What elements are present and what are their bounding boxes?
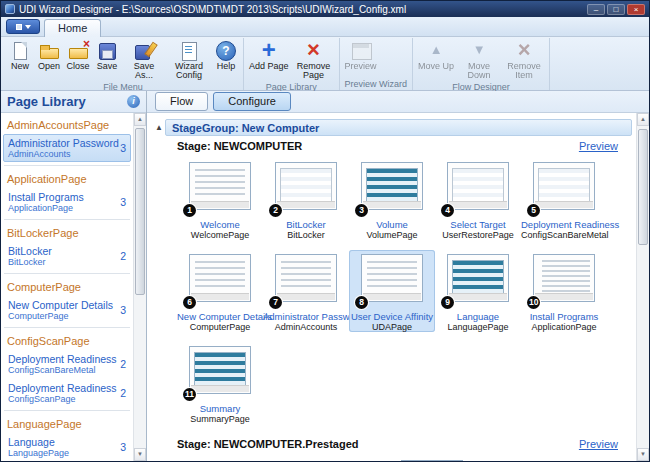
sidebar-scrollbar[interactable] bbox=[133, 113, 146, 461]
flow-card-computerpage[interactable]: 6New Computer DetailsComputerPage bbox=[177, 250, 263, 332]
body-area: Page Library i AdminAccountsPageAdminist… bbox=[1, 91, 649, 461]
save-icon bbox=[95, 40, 119, 62]
move-up-button: Move Up bbox=[416, 39, 456, 72]
ribbon-button-label: Remove Item bbox=[504, 62, 544, 80]
window-controls: – □ × bbox=[587, 4, 645, 15]
ribbon-group-page-library: Add PageRemove PagePage Library bbox=[244, 38, 340, 90]
ribbon-button-label: Move Down bbox=[459, 62, 499, 80]
scroll-up-icon[interactable] bbox=[134, 113, 146, 126]
step-number-badge: 7 bbox=[269, 296, 282, 309]
new-button[interactable]: New bbox=[6, 39, 34, 72]
flow-card[interactable] bbox=[389, 456, 475, 461]
card-title: Select Target bbox=[435, 219, 521, 230]
view-tab-configure[interactable]: Configure bbox=[213, 92, 291, 111]
flow-card-bitlocker[interactable]: 2BitLockerBitLocker bbox=[263, 158, 349, 240]
thumbnail-wrap: 10 bbox=[533, 254, 595, 302]
stage-title: Stage: NEWCOMPUTER.Prestaged bbox=[177, 438, 579, 450]
preview-icon bbox=[349, 40, 373, 62]
close-button[interactable]: × bbox=[627, 4, 645, 15]
wizard-config-button[interactable]: Wizard Config bbox=[167, 39, 211, 81]
card-subtitle: ApplicationPage bbox=[521, 322, 607, 332]
page-thumbnail bbox=[401, 460, 463, 461]
page-thumbnail bbox=[189, 162, 251, 210]
flow-card-applicationpage[interactable]: 10Install ProgramsApplicationPage bbox=[521, 250, 607, 332]
sidebar-item-adminaccounts[interactable]: Administrator PasswordAdminAccounts3 bbox=[3, 134, 131, 162]
help-button[interactable]: Help bbox=[212, 39, 240, 72]
flow-card-welcomepage[interactable]: 1WelcomeWelcomePage bbox=[177, 158, 263, 240]
ribbon-button-label: New bbox=[11, 62, 29, 71]
ribbon-group-label: Preview Wizard bbox=[343, 78, 410, 90]
open-button[interactable]: Open bbox=[35, 39, 63, 72]
page-thumbnail bbox=[361, 254, 423, 302]
stage-group-header[interactable]: StageGroup: New Computer bbox=[165, 119, 632, 136]
sidebar-item-title: Deployment Readiness bbox=[8, 382, 117, 394]
ribbon-button-label: Help bbox=[217, 62, 236, 71]
flow-card-adminaccounts[interactable]: 7Administrator Passw...AdminAccounts bbox=[263, 250, 349, 332]
main-panel: FlowConfigure StageGroup: New Computer S… bbox=[147, 91, 649, 461]
scroll-up-icon[interactable] bbox=[637, 113, 649, 126]
scrollbar-track[interactable] bbox=[134, 126, 146, 448]
card-subtitle: ComputerPage bbox=[177, 322, 263, 332]
card-title: Volume bbox=[349, 219, 435, 230]
page-library-sidebar: Page Library i AdminAccountsPageAdminist… bbox=[1, 91, 147, 461]
step-number-badge: 1 bbox=[183, 204, 196, 217]
maximize-button[interactable]: □ bbox=[607, 4, 625, 15]
card-subtitle: VolumePage bbox=[349, 230, 435, 240]
sidebar-item-computerpage[interactable]: New Computer DetailsComputerPage3 bbox=[3, 296, 131, 324]
step-number-badge: 3 bbox=[355, 204, 368, 217]
flow-card-userrestorepage[interactable]: 4Select TargetUserRestorePage bbox=[435, 158, 521, 240]
preview-link[interactable]: Preview bbox=[579, 140, 618, 152]
close-button[interactable]: Close bbox=[64, 39, 92, 72]
card-title: New Computer Details bbox=[177, 311, 263, 322]
help-icon bbox=[214, 40, 238, 62]
sidebar-item-configscanbaremetal[interactable]: Deployment ReadinessConfigScanBareMetal2 bbox=[3, 350, 131, 378]
sidebar-item-subtitle: ConfigScanBareMetal bbox=[8, 365, 117, 375]
add-page-button[interactable]: Add Page bbox=[247, 39, 291, 72]
sidebar-separator bbox=[4, 219, 130, 220]
scroll-down-icon[interactable] bbox=[637, 448, 649, 461]
flow-card-volumepage[interactable]: 3VolumeVolumePage bbox=[349, 158, 435, 240]
sidebar-item-title: Language bbox=[8, 436, 117, 448]
card-grid bbox=[177, 456, 626, 461]
page-thumbnail bbox=[189, 346, 251, 394]
stage-stage-newcomputer: Stage: NEWCOMPUTERPreview1WelcomeWelcome… bbox=[177, 140, 626, 434]
sidebar-group-computerpage: ComputerPage bbox=[1, 277, 133, 295]
move-up-icon bbox=[424, 40, 448, 62]
new-document-icon bbox=[8, 40, 32, 62]
main-scrollbar[interactable] bbox=[636, 113, 649, 461]
scrollbar-thumb[interactable] bbox=[135, 128, 145, 295]
info-icon[interactable]: i bbox=[127, 95, 140, 108]
chevron-down-icon bbox=[25, 25, 31, 29]
flow-card-configscanbaremetal[interactable]: 5Deployment ReadinessConfigScanBareMetal bbox=[521, 158, 607, 240]
preview-link[interactable]: Preview bbox=[579, 438, 618, 450]
step-number-badge: 10 bbox=[527, 296, 540, 309]
sidebar-item-title: Deployment Readiness bbox=[8, 353, 117, 365]
sidebar-item-subtitle: LanguagePage bbox=[8, 448, 117, 458]
sidebar-separator bbox=[4, 273, 130, 274]
ribbon-button-label: Open bbox=[38, 62, 60, 71]
flow-card-udapage[interactable]: 8User Device AffinityUDAPage bbox=[349, 250, 435, 332]
step-number-badge: 5 bbox=[527, 204, 540, 217]
scrollbar-thumb[interactable] bbox=[638, 129, 648, 245]
page-library-list: AdminAccountsPageAdministrator PasswordA… bbox=[1, 113, 133, 461]
minimize-button[interactable]: – bbox=[587, 4, 605, 15]
view-tab-flow[interactable]: Flow bbox=[155, 92, 208, 111]
step-number-badge: 6 bbox=[183, 296, 196, 309]
sidebar-item-bitlocker[interactable]: BitLockerBitLocker2 bbox=[3, 242, 131, 270]
save-as-button[interactable]: Save As... bbox=[122, 39, 166, 81]
sidebar-item-applicationpage[interactable]: Install ProgramsApplicationPage3 bbox=[3, 188, 131, 216]
flow-card-languagepage[interactable]: 9LanguageLanguagePage bbox=[435, 250, 521, 332]
thumbnail-wrap: 3 bbox=[361, 162, 423, 210]
sidebar-item-count: 3 bbox=[117, 142, 126, 154]
scrollbar-track[interactable] bbox=[637, 126, 649, 448]
app-menu-button[interactable] bbox=[6, 19, 40, 34]
remove-page-button[interactable]: Remove Page bbox=[292, 39, 336, 81]
sidebar-item-configscanpage[interactable]: Deployment ReadinessConfigScanPage2 bbox=[3, 379, 131, 407]
flow-card-summarypage[interactable]: 11SummarySummaryPage bbox=[177, 342, 263, 424]
scroll-down-icon[interactable] bbox=[134, 448, 146, 461]
tab-home[interactable]: Home bbox=[44, 19, 101, 37]
save-button[interactable]: Save bbox=[93, 39, 121, 72]
collapse-arrow-icon[interactable] bbox=[153, 123, 165, 132]
sidebar-item-languagepage[interactable]: LanguageLanguagePage3 bbox=[3, 433, 131, 461]
move-down-icon bbox=[467, 40, 491, 62]
